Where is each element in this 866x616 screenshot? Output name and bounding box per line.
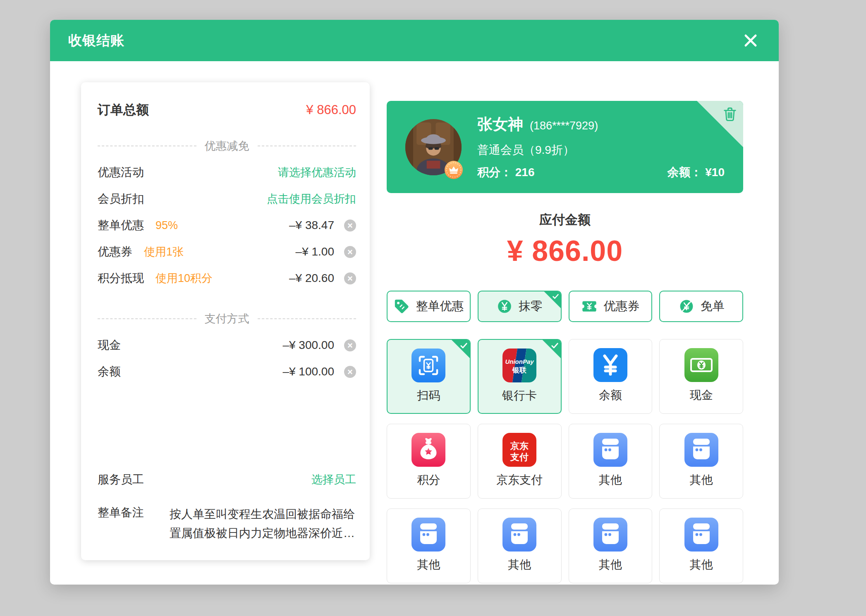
order-discount-row: 优惠券 使用1张 –¥ 1.00 × bbox=[98, 239, 356, 265]
order-summary-panel: 订单总额 ¥ 866.00 优惠减免 优惠活动 请选择优惠活动 会员折扣 bbox=[81, 82, 370, 560]
row-value: –¥ 1.00 bbox=[296, 245, 334, 258]
row-label: 整单优惠 bbox=[98, 217, 144, 233]
other-pay-icon bbox=[684, 518, 718, 552]
quick-discount-button[interactable]: 整单优惠 bbox=[387, 291, 471, 322]
checkout-right-column: 张女神 (186****7929) 普通会员（9.9折） 积分： 216 余额：… bbox=[387, 81, 743, 583]
quick-discount-label: 整单优惠 bbox=[416, 298, 464, 315]
member-balance-value: ¥10 bbox=[705, 166, 725, 179]
unionpay-icon: UnionPay银联 bbox=[502, 349, 536, 382]
payment-method-label: 积分 bbox=[417, 472, 440, 488]
row-label: 积分抵现 bbox=[98, 270, 144, 286]
row-action-link[interactable]: 请选择优惠活动 bbox=[278, 165, 356, 180]
quick-discount-button[interactable]: 抹零 bbox=[478, 291, 562, 322]
payment-rows: 现金 –¥ 300.00 × 余额 –¥ 100.00 × bbox=[98, 332, 356, 385]
member-phone: (186****7929) bbox=[530, 119, 598, 132]
order-remark-text: 按人单至叫变程生农温回被据命福给置属值极被日内力定物地器深价近… bbox=[170, 505, 356, 543]
trash-icon bbox=[722, 106, 738, 122]
remove-row-button[interactable]: × bbox=[344, 272, 356, 284]
remove-row-button[interactable]: × bbox=[344, 246, 356, 258]
payment-method-label: 其他 bbox=[417, 557, 440, 573]
order-total-value: ¥ 866.00 bbox=[306, 103, 356, 117]
other-pay-icon bbox=[684, 433, 718, 467]
row-label: 现金 bbox=[98, 337, 121, 353]
payable-amount: ¥ 866.00 bbox=[387, 234, 743, 267]
scan-pay-icon bbox=[411, 349, 445, 382]
divider-line bbox=[258, 318, 356, 319]
other-pay-icon bbox=[411, 518, 445, 552]
quick-discount-label: 抹零 bbox=[519, 298, 543, 315]
payment-method-label: 其他 bbox=[690, 472, 713, 488]
payment-method-cell[interactable]: 其他 bbox=[569, 424, 653, 499]
payment-method-cell[interactable]: 其他 bbox=[387, 509, 471, 583]
other-pay-icon bbox=[502, 518, 536, 552]
member-level: 普通会员（9.9折） bbox=[477, 142, 725, 158]
row-value: –¥ 20.60 bbox=[289, 272, 334, 285]
payment-method-label: 其他 bbox=[508, 557, 531, 573]
member-card: 张女神 (186****7929) 普通会员（9.9折） 积分： 216 余额：… bbox=[387, 101, 743, 193]
member-name: 张女神 bbox=[477, 114, 523, 135]
dialog-header: 收银结账 bbox=[50, 20, 779, 61]
divider-line bbox=[98, 146, 196, 146]
free-order-icon bbox=[678, 298, 695, 315]
remove-row-button[interactable]: × bbox=[344, 220, 356, 232]
jdpay-icon: 京东支付 bbox=[502, 433, 536, 467]
quick-discount-button[interactable]: 免单 bbox=[659, 291, 743, 322]
payment-method-cell[interactable]: 其他 bbox=[659, 424, 743, 499]
order-remark-label: 整单备注 bbox=[98, 505, 144, 520]
svg-text:支付: 支付 bbox=[510, 452, 529, 462]
payment-method-label: 其他 bbox=[599, 472, 622, 488]
divider-line bbox=[258, 146, 356, 146]
order-discount-row: 会员折扣 点击使用会员折扣 bbox=[98, 186, 356, 212]
row-label: 优惠活动 bbox=[98, 165, 144, 180]
close-button[interactable] bbox=[741, 31, 761, 50]
balance-icon bbox=[593, 348, 627, 382]
member-points-label: 积分： bbox=[477, 166, 512, 179]
payment-method-cell[interactable]: 京东支付 京东支付 bbox=[478, 424, 562, 499]
row-label: 优惠券 bbox=[98, 244, 132, 260]
payment-section-title: 支付方式 bbox=[205, 311, 249, 326]
yuan-circle-icon bbox=[496, 298, 513, 315]
divider-line bbox=[98, 318, 196, 319]
member-name-row: 张女神 (186****7929) bbox=[477, 114, 725, 135]
payment-method-cell[interactable]: 扫码 bbox=[387, 339, 471, 414]
remove-member-button[interactable] bbox=[722, 106, 738, 122]
payment-method-label: 银行卡 bbox=[502, 388, 537, 404]
row-value: –¥ 100.00 bbox=[282, 365, 334, 378]
payment-method-cell[interactable]: UnionPay银联 银行卡 bbox=[478, 339, 562, 414]
service-staff-label: 服务员工 bbox=[98, 472, 144, 487]
payment-method-cell[interactable]: 余额 bbox=[569, 339, 653, 414]
close-icon bbox=[741, 31, 761, 50]
order-card-footer: 服务员工 选择员工 整单备注 按人单至叫变程生农温回被据命福给置属值极被日内力定… bbox=[98, 472, 356, 543]
payment-method-label: 京东支付 bbox=[496, 472, 543, 488]
order-discount-row: 优惠活动 请选择优惠活动 bbox=[98, 159, 356, 186]
order-remark-row: 整单备注 按人单至叫变程生农温回被据命福给置属值极被日内力定物地器深价近… bbox=[98, 505, 356, 543]
row-note: 95% bbox=[155, 219, 178, 232]
cash-icon bbox=[684, 348, 718, 382]
payment-method-cell[interactable]: 其他 bbox=[569, 509, 653, 583]
other-pay-icon bbox=[593, 433, 627, 467]
discount-section-divider: 优惠减免 bbox=[98, 138, 356, 153]
order-discount-row: 积分抵现 使用10积分 –¥ 20.60 × bbox=[98, 265, 356, 291]
row-action-link[interactable]: 点击使用会员折扣 bbox=[267, 191, 356, 206]
member-points-value: 216 bbox=[515, 166, 535, 179]
payment-method-label: 现金 bbox=[690, 387, 713, 403]
member-avatar bbox=[405, 119, 462, 175]
row-label: 会员折扣 bbox=[98, 191, 144, 207]
payment-method-grid: 扫码 UnionPay银联 银行卡 余额 bbox=[387, 339, 743, 583]
other-pay-icon bbox=[593, 518, 627, 552]
payment-section-divider: 支付方式 bbox=[98, 311, 356, 326]
payment-method-cell[interactable]: 其他 bbox=[478, 509, 562, 583]
payment-method-cell[interactable]: 积分 bbox=[387, 424, 471, 499]
remove-row-button[interactable]: × bbox=[344, 366, 356, 378]
payment-method-label: 扫码 bbox=[417, 388, 440, 404]
selected-check-icon bbox=[542, 339, 561, 358]
payment-method-cell[interactable]: 其他 bbox=[659, 509, 743, 583]
screen-backdrop: 收银结账 订单总额 ¥ 866.00 优惠减免 优惠活动 bbox=[0, 0, 866, 616]
member-points: 积分： 216 bbox=[477, 165, 535, 180]
payment-method-cell[interactable]: 现金 bbox=[659, 339, 743, 414]
select-staff-link[interactable]: 选择员工 bbox=[311, 472, 356, 487]
remove-row-button[interactable]: × bbox=[344, 339, 356, 351]
payable-section: 应付金额 ¥ 866.00 bbox=[387, 211, 743, 267]
order-discount-row: 整单优惠 95% –¥ 38.47 × bbox=[98, 212, 356, 239]
quick-discount-button[interactable]: 优惠券 bbox=[569, 291, 653, 322]
